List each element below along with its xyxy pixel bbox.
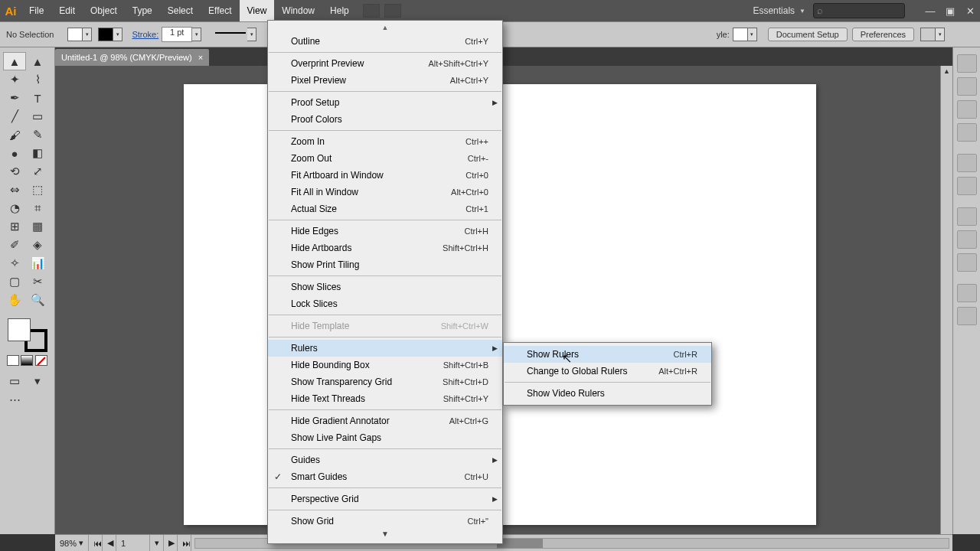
menu-scroll-up-icon[interactable]: ▲ <box>268 24 502 33</box>
search-input[interactable] <box>813 3 905 18</box>
menu-item-hide-bounding-box[interactable]: Hide Bounding BoxShift+Ctrl+B <box>268 357 502 373</box>
arrange-docs-icon[interactable] <box>384 4 401 18</box>
fill-color-icon[interactable] <box>8 318 31 341</box>
gradient-tool[interactable]: ▦ <box>26 217 49 236</box>
panel-icon[interactable] <box>957 307 977 325</box>
perspective-grid-tool[interactable]: ⌗ <box>26 199 49 217</box>
menu-item-lock-slices[interactable]: Lock Slices <box>268 295 502 312</box>
panel-icon[interactable] <box>957 77 977 96</box>
fill-swatch[interactable] <box>67 28 83 41</box>
blend-tool[interactable]: ◈ <box>26 236 49 254</box>
screen-mode-tool[interactable]: ▭ <box>3 372 26 390</box>
menu-effect[interactable]: Effect <box>201 0 239 21</box>
menu-item-change-to-global-rulers[interactable]: Change to Global RulersAlt+Ctrl+R <box>504 363 711 380</box>
close-button[interactable]: ✕ <box>960 2 980 19</box>
menu-item-hide-text-threads[interactable]: Hide Text ThreadsShift+Ctrl+Y <box>268 390 502 407</box>
menu-item-proof-setup[interactable]: Proof Setup▶ <box>268 94 502 111</box>
scroll-up-icon[interactable]: ▲ <box>941 66 952 77</box>
menu-item-fit-artboard-in-window[interactable]: Fit Artboard in WindowCtrl+0 <box>268 167 502 184</box>
menu-item-fit-all-in-window[interactable]: Fit All in WindowAlt+Ctrl+0 <box>268 184 502 201</box>
menu-item-show-print-tiling[interactable]: Show Print Tiling <box>268 256 502 273</box>
menu-item-actual-size[interactable]: Actual SizeCtrl+1 <box>268 201 502 217</box>
menu-item-hide-edges[interactable]: Hide EdgesCtrl+H <box>268 223 502 240</box>
style-dropdown[interactable]: ▾ <box>748 28 757 41</box>
document-tab[interactable]: Untitled-1 @ 98% (CMYK/Preview) × <box>55 49 209 66</box>
menu-item-rulers[interactable]: Rulers▶ <box>268 340 502 357</box>
stroke-dropdown[interactable]: ▾ <box>113 28 122 41</box>
align-dropdown[interactable]: ▾ <box>936 28 945 41</box>
menu-item-show-live-paint-gaps[interactable]: Show Live Paint Gaps <box>268 429 502 446</box>
document-setup-button[interactable]: Document Setup <box>768 28 848 41</box>
panel-icon[interactable] <box>957 284 977 302</box>
panel-icon[interactable] <box>957 54 977 73</box>
slice-tool[interactable]: ✂ <box>26 272 49 291</box>
style-swatch[interactable] <box>733 28 748 41</box>
menu-item-zoom-in[interactable]: Zoom InCtrl++ <box>268 133 502 150</box>
menu-item-show-rulers[interactable]: Show RulersCtrl+R <box>504 346 711 363</box>
maximize-button[interactable]: ▣ <box>940 2 960 19</box>
artboard-dropdown[interactable]: ▾ <box>150 535 164 552</box>
menu-edit[interactable]: Edit <box>51 0 83 21</box>
symbol-sprayer-tool[interactable]: ✧ <box>3 254 26 272</box>
panel-icon[interactable] <box>957 154 977 172</box>
menu-file[interactable]: File <box>21 0 51 21</box>
bridge-icon[interactable] <box>363 4 380 18</box>
menu-item-hide-gradient-annotator[interactable]: Hide Gradient AnnotatorAlt+Ctrl+G <box>268 412 502 429</box>
eyedropper-tool[interactable]: ✐ <box>3 236 26 254</box>
panel-icon[interactable] <box>957 207 977 226</box>
next-artboard-button[interactable]: ▶ <box>164 535 178 552</box>
scale-tool[interactable]: ⤢ <box>26 162 49 181</box>
type-tool[interactable]: T <box>26 89 49 107</box>
shape-builder-tool[interactable]: ◔ <box>3 199 26 217</box>
menu-item-outline[interactable]: OutlineCtrl+Y <box>268 33 502 50</box>
menu-item-show-slices[interactable]: Show Slices <box>268 279 502 295</box>
panel-icon[interactable] <box>957 253 977 272</box>
width-tool[interactable]: ⇔ <box>3 181 26 199</box>
menu-item-perspective-grid[interactable]: Perspective Grid▶ <box>268 491 502 507</box>
last-artboard-button[interactable]: ⏭ <box>178 535 191 552</box>
lasso-tool[interactable]: ⌇ <box>26 70 49 89</box>
menu-item-pixel-preview[interactable]: Pixel PreviewAlt+Ctrl+Y <box>268 72 502 89</box>
vertical-scrollbar[interactable]: ▲ <box>940 66 952 534</box>
prev-artboard-button[interactable]: ◀ <box>103 535 116 552</box>
close-tab-icon[interactable]: × <box>198 49 203 66</box>
paintbrush-tool[interactable]: 🖌 <box>3 126 26 144</box>
eraser-tool[interactable]: ◧ <box>26 144 49 162</box>
menu-item-show-transparency-grid[interactable]: Show Transparency GridShift+Ctrl+D <box>268 373 502 390</box>
stroke-weight-input[interactable]: 1 pt <box>162 27 192 42</box>
stroke-swatch[interactable] <box>98 28 113 41</box>
panel-icon[interactable] <box>957 100 977 119</box>
fill-dropdown[interactable]: ▾ <box>83 28 92 41</box>
canvas-area[interactable] <box>55 66 952 534</box>
none-mode-icon[interactable] <box>35 355 47 366</box>
rectangle-tool[interactable]: ▭ <box>26 107 49 126</box>
gradient-mode-icon[interactable] <box>21 355 33 366</box>
selection-tool[interactable]: ▲ <box>3 52 26 70</box>
menu-object[interactable]: Object <box>83 0 125 21</box>
free-transform-tool[interactable]: ⬚ <box>26 181 49 199</box>
color-mode-icon[interactable] <box>7 355 19 366</box>
menu-item-hide-artboards[interactable]: Hide ArtboardsShift+Ctrl+H <box>268 240 502 256</box>
mesh-tool[interactable]: ⊞ <box>3 217 26 236</box>
menu-item-show-video-rulers[interactable]: Show Video Rulers <box>504 385 711 402</box>
brush-dropdown[interactable]: ▾ <box>247 28 256 41</box>
change-screen-icon[interactable]: ▾ <box>26 372 49 390</box>
menu-select[interactable]: Select <box>160 0 201 21</box>
hand-tool[interactable]: ✋ <box>3 291 26 309</box>
menu-item-proof-colors[interactable]: Proof Colors <box>268 111 502 128</box>
panel-icon[interactable] <box>957 230 977 249</box>
align-icon[interactable] <box>920 28 936 41</box>
menu-item-overprint-preview[interactable]: Overprint PreviewAlt+Shift+Ctrl+Y <box>268 55 502 72</box>
workspace-switcher[interactable]: Essentials <box>748 5 799 16</box>
zoom-level[interactable]: 98% ▾ <box>55 535 89 552</box>
pen-tool[interactable]: ✒ <box>3 89 26 107</box>
artboard-tool[interactable]: ▢ <box>3 272 26 291</box>
fill-stroke-indicator[interactable] <box>8 318 47 352</box>
first-artboard-button[interactable]: ⏮ <box>89 535 103 552</box>
menu-item-zoom-out[interactable]: Zoom OutCtrl+- <box>268 150 502 167</box>
direct-selection-tool[interactable]: ▲ <box>26 52 49 70</box>
graph-tool[interactable]: 📊 <box>26 254 49 272</box>
menu-scroll-down-icon[interactable]: ▼ <box>268 530 502 540</box>
zoom-tool[interactable]: 🔍 <box>26 291 49 309</box>
menu-help[interactable]: Help <box>322 0 357 21</box>
